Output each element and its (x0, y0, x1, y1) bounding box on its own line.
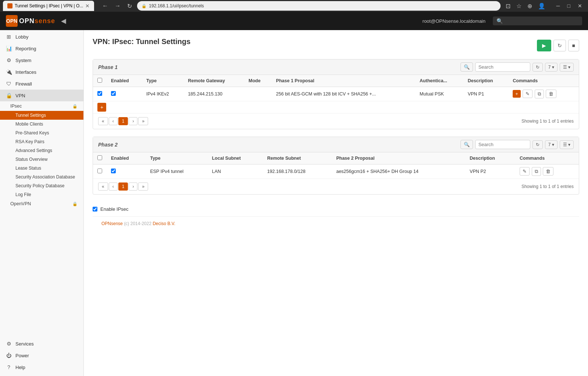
phase2-th-select (93, 152, 107, 164)
phase2-th-desc: Description (465, 152, 515, 164)
phase1-columns-btn[interactable]: ☰ ▾ (560, 63, 574, 72)
phase2-row0-proposal: aes256gcm16 + SHA256+ DH Group 14 (332, 164, 465, 179)
phase2-search-icon-btn[interactable]: 🔍 (460, 140, 473, 149)
enable-ipsec-label: Enable IPsec (100, 206, 129, 212)
phase2-row0-local-subnet: LAN (208, 164, 263, 179)
phase1-search-icon-btn[interactable]: 🔍 (460, 62, 473, 72)
sidebar-item-label-lobby: Lobby (15, 34, 28, 40)
sidebar-item-label-tunnel-settings: Tunnel Settings (15, 113, 46, 118)
phase1-next-btn[interactable]: › (129, 117, 137, 125)
phase2-first-btn[interactable]: « (98, 182, 108, 191)
phase2-columns-btn[interactable]: ☰ ▾ (560, 140, 574, 149)
sidebar-item-vpn[interactable]: 🔒 VPN (0, 90, 83, 101)
phase2-row0-enabled-checkbox[interactable] (111, 169, 116, 173)
topnav-search: 🔍 (493, 17, 582, 25)
phase1-row0-delete-btn[interactable]: 🗑 (546, 90, 556, 98)
phase2-th-local-subnet: Local Subnet (208, 152, 263, 164)
phase1-row0-add-btn[interactable]: + (513, 90, 521, 98)
phase2-row0-copy-btn[interactable]: ⧉ (532, 167, 541, 176)
phase2-count-btn[interactable]: 7 ▾ (545, 140, 557, 149)
sidebar-item-advanced-settings[interactable]: Advanced Settings (0, 146, 83, 155)
sidebar-item-label-openvpn: OpenVPN (10, 201, 31, 206)
phase1-prev-btn[interactable]: ‹ (109, 117, 118, 125)
sidebar-item-lobby[interactable]: ⊞ Lobby (0, 31, 83, 43)
sidebar-item-rsa-key-pairs[interactable]: RSA Key Pairs (0, 137, 83, 146)
phase1-th-commands: Commands (508, 75, 579, 87)
phase1-row0-checkbox[interactable] (97, 91, 102, 96)
phase2-last-btn[interactable]: » (138, 182, 148, 191)
phase1-row0-enabled-checkbox[interactable] (111, 91, 116, 96)
sidebar-item-pre-shared-keys[interactable]: Pre-Shared Keys (0, 129, 83, 137)
enable-ipsec-checkbox[interactable] (93, 207, 97, 212)
sidebar-item-security-policy-db[interactable]: Security Policy Database (0, 181, 83, 190)
sidebar-item-services[interactable]: ⚙ Services (0, 338, 83, 350)
phase1-row0-copy-btn[interactable]: ⧉ (535, 90, 544, 98)
sidebar-item-help[interactable]: ? Help (0, 361, 83, 373)
sidebar-item-status-overview[interactable]: Status Overview (0, 155, 83, 164)
sidebar-item-security-association-db[interactable]: Security Association Database (0, 173, 83, 181)
phase2-page1-btn[interactable]: 1 (118, 182, 128, 191)
phase1-th-select (93, 75, 107, 87)
minimize-btn[interactable]: ─ (553, 2, 563, 10)
sidebar-main-items: ⊞ Lobby 📊 Reporting ⚙ System 🔌 Interface… (0, 30, 83, 209)
footer-link-opnsense[interactable]: OPNsense (101, 221, 123, 226)
phase2-row0-enabled (107, 164, 146, 179)
cast-btn[interactable]: ⊡ (503, 2, 513, 10)
sidebar-item-system[interactable]: ⚙ System (0, 54, 83, 66)
sidebar-item-mobile-clients[interactable]: Mobile Clients (0, 120, 83, 129)
sidebar-toggle-btn[interactable]: ◀ (61, 17, 66, 25)
sidebar-item-label-security-association-db: Security Association Database (15, 174, 75, 180)
sidebar-item-tunnel-settings[interactable]: Tunnel Settings (0, 111, 83, 120)
sidebar-item-openvpn[interactable]: OpenVPN 🔒 (0, 199, 83, 209)
stop-btn[interactable]: ■ (568, 40, 579, 51)
phase1-add-entry-btn[interactable]: + (97, 103, 106, 112)
sidebar-item-interfaces[interactable]: 🔌 Interfaces (0, 66, 83, 78)
phase1-last-btn[interactable]: » (138, 117, 148, 125)
sidebar-item-power[interactable]: ⏻ Power (0, 350, 83, 361)
phase2-prev-btn[interactable]: ‹ (109, 182, 118, 191)
address-text: 192.168.1.1/ui/ipsec/tunnels (149, 3, 204, 8)
phase1-count-btn[interactable]: 7 ▾ (545, 63, 557, 72)
maximize-btn[interactable]: □ (564, 2, 573, 10)
back-btn[interactable]: ← (100, 2, 110, 10)
phase1-row0-edit-btn[interactable]: ✎ (523, 90, 533, 98)
phase2-search-input[interactable] (475, 140, 530, 149)
browser-tab[interactable]: Tunnel Settings | IPsec | VPN | O... ✕ (3, 1, 94, 11)
close-btn[interactable]: ✕ (575, 2, 585, 10)
phase2-next-btn[interactable]: › (129, 182, 137, 191)
phase1-page1-btn[interactable]: 1 (118, 117, 128, 125)
phase2-row0-edit-btn[interactable]: ✎ (520, 167, 530, 176)
sidebar-item-ipsec[interactable]: IPsec 🔒 (0, 101, 83, 111)
refresh-btn[interactable]: ↻ (553, 40, 566, 51)
logo-icon: OPN (6, 15, 18, 27)
topnav-search-input[interactable] (505, 18, 578, 24)
phase2-select-all-checkbox[interactable] (97, 155, 102, 160)
sidebar-item-firewall[interactable]: 🛡 Firewall (0, 78, 83, 90)
sidebar-item-log-file[interactable]: Log File (0, 190, 83, 199)
tab-close-btn[interactable]: ✕ (85, 3, 90, 9)
phase2-row0-type: ESP IPv4 tunnel (146, 164, 207, 179)
phase1-pagination: « ‹ 1 › » Showing 1 to 1 of 1 entries (93, 113, 579, 129)
phase1-refresh-btn[interactable]: ↻ (533, 63, 543, 72)
sidebar-item-label-advanced-settings: Advanced Settings (15, 148, 52, 153)
reload-btn[interactable]: ↻ (125, 2, 134, 10)
play-btn[interactable]: ▶ (537, 40, 551, 51)
phase2-row0-checkbox[interactable] (97, 169, 102, 173)
phase2-refresh-btn[interactable]: ↻ (533, 140, 543, 149)
phase1-first-btn[interactable]: « (98, 117, 108, 125)
phase1-search-input[interactable] (475, 62, 530, 72)
address-bar[interactable]: 🔒 192.168.1.1/ui/ipsec/tunnels (137, 1, 500, 11)
phase1-select-all-checkbox[interactable] (97, 78, 102, 83)
window-controls: ─ □ ✕ (553, 2, 585, 10)
phase1-th-auth: Authentica... (415, 75, 463, 87)
openvpn-lock-icon: 🔒 (72, 202, 78, 206)
sidebar-item-lease-status[interactable]: Lease Status (0, 164, 83, 173)
footer-link-deciso[interactable]: Deciso B.V. (153, 221, 175, 226)
sidebar-item-reporting[interactable]: 📊 Reporting (0, 43, 83, 54)
bookmark-btn[interactable]: ☆ (514, 2, 524, 10)
phase2-row0-delete-btn[interactable]: 🗑 (543, 167, 553, 176)
forward-btn[interactable]: → (112, 2, 123, 10)
phase1-row0-type: IPv4 IKEv2 (142, 87, 183, 101)
profile-btn[interactable]: 👤 (536, 2, 548, 10)
extensions-btn[interactable]: ⊕ (525, 2, 534, 10)
